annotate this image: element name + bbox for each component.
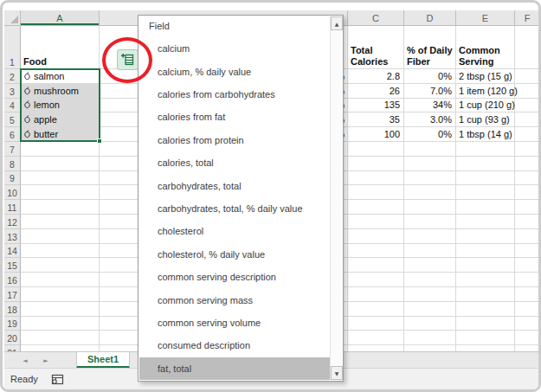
cell[interactable] [21, 258, 100, 273]
cell[interactable] [404, 200, 456, 215]
cell[interactable] [515, 331, 540, 345]
cell[interactable] [348, 200, 404, 215]
cell[interactable] [404, 171, 456, 186]
cell-serving[interactable]: 2 tbsp (15 g) [456, 69, 515, 84]
cell[interactable] [515, 302, 540, 317]
cell[interactable] [456, 273, 515, 287]
cell-serving[interactable]: 1 item (120 g) [456, 84, 515, 99]
row-header-1[interactable]: 1 [4, 26, 21, 69]
cell[interactable] [515, 185, 540, 200]
cell[interactable] [404, 185, 456, 200]
cell[interactable] [21, 273, 100, 287]
cell[interactable] [456, 331, 515, 345]
dropdown-item-consumed-description[interactable]: consumed description [139, 334, 330, 357]
column-header-e[interactable]: E [456, 10, 515, 26]
dropdown-item-common-serving-mass[interactable]: common serving mass [139, 288, 330, 311]
row-header-13[interactable]: 13 [4, 229, 21, 244]
cell-fiber[interactable]: 0% [404, 127, 456, 142]
cell-food-lemon[interactable]: lemon [21, 99, 100, 113]
row-header-8[interactable]: 8 [4, 157, 21, 171]
cell[interactable] [515, 142, 540, 157]
cell[interactable] [456, 229, 515, 244]
cell[interactable] [515, 157, 540, 171]
cell[interactable] [456, 157, 515, 171]
row-header-11[interactable]: 11 [4, 200, 21, 215]
cell[interactable] [404, 345, 456, 351]
cell[interactable] [456, 142, 515, 157]
cell[interactable] [21, 287, 100, 302]
cell[interactable] [515, 287, 540, 302]
cell[interactable] [456, 302, 515, 317]
cell[interactable] [21, 317, 100, 331]
cell[interactable] [21, 200, 100, 215]
dropdown-item-carbohydrates-total-daily-value[interactable]: carbohydrates, total, % daily value [139, 197, 330, 220]
row-header-7[interactable]: 7 [4, 142, 21, 157]
cell[interactable] [404, 331, 456, 345]
insert-data-button[interactable] [117, 49, 138, 70]
cell-calories[interactable]: 2.8 [348, 69, 404, 84]
cell-serving[interactable]: 1 cup (93 g) [456, 112, 515, 127]
cell[interactable] [404, 142, 456, 157]
column-header-d[interactable]: D [404, 10, 456, 26]
cell[interactable] [21, 171, 100, 186]
cell-food-apple[interactable]: apple [21, 112, 100, 127]
row-header-14[interactable]: 14 [4, 244, 21, 259]
cell[interactable] [348, 345, 404, 351]
cell-calories[interactable]: 100 [348, 127, 404, 142]
cell[interactable] [348, 215, 404, 229]
cell-food-header[interactable]: Food [21, 26, 100, 69]
row-header-10[interactable]: 10 [4, 185, 21, 200]
row-header-9[interactable]: 9 [4, 171, 21, 186]
cell[interactable] [404, 215, 456, 229]
column-header-c[interactable]: C [348, 10, 404, 26]
cell[interactable] [404, 317, 456, 331]
cell-f5[interactable] [515, 112, 540, 127]
dropdown-item-carbohydrates-total[interactable]: carbohydrates, total [139, 174, 330, 196]
dropdown-item-fat-total-selected[interactable]: fat, total [139, 357, 330, 380]
cell[interactable] [456, 185, 515, 200]
cell-total-calories-header[interactable]: Total Calories [348, 26, 404, 69]
cell[interactable] [404, 287, 456, 302]
cell[interactable] [456, 345, 515, 351]
macro-record-icon[interactable] [49, 373, 65, 386]
cell-fiber[interactable]: 34% [404, 99, 456, 113]
cell-f2[interactable] [515, 69, 540, 84]
dropdown-item-cholesterol[interactable]: cholesterol [139, 220, 330, 242]
tab-nav-left-icon[interactable]: ◄ [16, 352, 34, 369]
cell-f4[interactable] [515, 99, 540, 113]
cell-serving[interactable]: 1 tbsp (14 g) [456, 127, 515, 142]
column-header-f[interactable]: F [515, 10, 540, 26]
cell[interactable] [456, 287, 515, 302]
row-header-12[interactable]: 12 [4, 215, 21, 229]
cell[interactable] [21, 157, 100, 171]
cell[interactable] [515, 200, 540, 215]
cell[interactable] [515, 273, 540, 287]
cell-f1[interactable] [515, 26, 540, 69]
cell[interactable] [21, 331, 100, 345]
dropdown-scrollbar[interactable]: ▲ ▼ [330, 16, 342, 380]
cell[interactable] [404, 157, 456, 171]
cell[interactable] [21, 215, 100, 229]
column-header-a[interactable]: A [21, 10, 100, 26]
cell[interactable] [348, 273, 404, 287]
cell[interactable] [348, 171, 404, 186]
cell-daily-fiber-header[interactable]: % of Daily Fiber [404, 26, 456, 69]
cell-calories[interactable]: 26 [348, 84, 404, 99]
cell[interactable] [456, 200, 515, 215]
cell[interactable] [21, 302, 100, 317]
cell[interactable] [456, 258, 515, 273]
cell[interactable] [456, 215, 515, 229]
cell[interactable] [515, 229, 540, 244]
cell-fiber[interactable]: 3.0% [404, 112, 456, 127]
cell[interactable] [515, 244, 540, 259]
dropdown-item-calories-from-protein[interactable]: calories from protein [139, 129, 330, 151]
dropdown-item-calcium[interactable]: calcium [139, 37, 330, 60]
row-header-2[interactable]: 2 [4, 69, 21, 84]
cell[interactable] [348, 317, 404, 331]
dropdown-item-calories-total[interactable]: calories, total [139, 151, 330, 174]
row-header-4[interactable]: 4 [4, 99, 21, 113]
cell[interactable] [21, 229, 100, 244]
cell[interactable] [515, 345, 540, 351]
cell[interactable] [21, 185, 100, 200]
row-header-17[interactable]: 17 [4, 287, 21, 302]
